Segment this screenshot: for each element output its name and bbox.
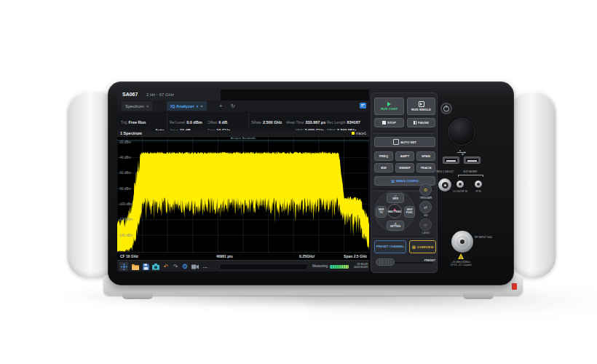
preset-slider-label: PRESET — [412, 259, 435, 262]
divider — [373, 131, 435, 134]
lang-button[interactable]: ⊕ — [419, 218, 432, 231]
auto-set-icon — [393, 139, 399, 145]
more-button[interactable]: ... — [202, 263, 209, 270]
trace-button[interactable]: TRACE — [416, 163, 435, 173]
rotary-knob[interactable] — [448, 118, 475, 146]
red-indicator — [512, 283, 517, 290]
stop-icon — [382, 121, 386, 124]
trigger-label: TRIGGER — [415, 197, 437, 199]
rf-input-label: RF INPUT 50Ω — [475, 236, 494, 239]
span-button[interactable]: SPAN — [416, 151, 435, 161]
add-tab-button[interactable]: + — [219, 103, 223, 109]
trig-io-label: TRIG 1 IN/OUT — [435, 170, 454, 173]
marker-pad: ▽ MKR MKR TO MKR FUNC ⚙ SETTING ▲ MAX PE… — [374, 191, 415, 232]
y-axis-label: -20 dBm — [119, 141, 131, 144]
usb-icon — [457, 150, 467, 155]
touch-icon — [121, 264, 127, 270]
model-name: SA067 — [122, 92, 138, 97]
auto-set-button[interactable]: AUTO SET — [374, 137, 435, 147]
pause-button[interactable]: PAUSE — [407, 118, 435, 127]
ampt-button[interactable]: AMPT — [395, 151, 414, 161]
screen-keyboard-icon[interactable] — [360, 103, 366, 108]
softkey-panel: RUN CONT RUN SINGLE STOP PAUSE AUTO SET … — [371, 92, 438, 273]
screenshot-icon[interactable] — [152, 263, 159, 270]
preset-slider-knob[interactable] — [376, 258, 395, 266]
frequency-range: 2 Hz - 67 GHz — [146, 92, 174, 97]
undo-icon[interactable]: ↶ — [162, 263, 170, 270]
power-icon — [442, 104, 451, 113]
if-in-label: IF IN — [472, 190, 485, 193]
pause-icon — [414, 121, 416, 124]
divider — [167, 113, 167, 129]
analysis-bandwidth-label: Analysis Bandwidth — [205, 136, 282, 140]
rf-input-connector — [451, 231, 473, 253]
stop-button[interactable]: STOP — [374, 118, 404, 127]
power-button[interactable] — [440, 103, 452, 114]
per-division: 0.25GHz/ — [299, 254, 315, 258]
tab-spectrum-label: Spectrum — [125, 104, 144, 108]
restore-tab-icon[interactable]: ↻ — [231, 103, 235, 109]
taskbar: ↶ ↷ ⚙ ... Measuring... 19:30:09 2025/10/… — [117, 260, 369, 272]
trigger-button[interactable]: ⚙ — [419, 183, 432, 196]
tab-iq-label: IQ Analyzer — [170, 104, 194, 108]
lo-out-connector — [456, 181, 464, 188]
max-peak-button[interactable]: ▲ MAX PEAK — [387, 204, 402, 218]
command-field[interactable] — [219, 264, 308, 270]
y-axis-label: -80 dBm — [119, 187, 131, 191]
io-button[interactable]: ⇄ — [419, 201, 432, 213]
overview-button[interactable]: ▦ OVERVIEW — [409, 240, 436, 253]
setting-button[interactable]: ⚙ SETTING — [387, 221, 404, 231]
center-frequency[interactable]: CF 10 GHz — [120, 254, 138, 258]
mkr-to-button[interactable]: MKR TO — [376, 206, 387, 218]
lang-label: LANG — [415, 232, 437, 234]
overview-icon: ▦ — [412, 245, 416, 249]
setting-srate[interactable]: SRate2.500 GHz — [251, 114, 282, 127]
graph-title: 1 Spectrum — [120, 131, 142, 135]
preset-channel-button[interactable]: PRESET CHANNEL — [374, 240, 406, 253]
trigger-icon: ⚙ — [424, 187, 427, 192]
product-photo: SA067 2 Hz - 67 GHz Spectrum × IQ Analyz… — [0, 0, 597, 364]
settings-gear-icon[interactable]: ⚙ — [181, 263, 189, 270]
play-icon — [387, 102, 391, 106]
chevron-down-icon[interactable]: ▾ — [197, 104, 199, 108]
tab-spectrum[interactable]: Spectrum × — [122, 101, 152, 111]
ext-mixer-label: EXT MIXER — [459, 170, 482, 173]
run-cont-button[interactable]: RUN CONT — [374, 98, 404, 115]
mkr-func-button[interactable]: MKR FUNC — [404, 206, 415, 218]
status-text: Measuring... — [312, 264, 331, 268]
lo-out-label: LO OUT/IF IN — [450, 190, 470, 193]
y-axis-label: -120 dBm — [119, 218, 133, 221]
mkr-button[interactable]: ▽ MKR — [387, 193, 404, 203]
touch-mode-button[interactable] — [119, 262, 128, 271]
display-screen: SA067 2 Hz - 67 GHz Spectrum × IQ Analyz… — [117, 90, 369, 272]
spectrum-trace — [117, 137, 369, 252]
spectrum-plot[interactable]: -20 dBm -40 dBm -60 dBm -80 dBm -100 dBm… — [117, 137, 369, 252]
single-run-icon — [420, 103, 422, 106]
close-icon[interactable]: × — [200, 104, 203, 108]
io-icon: ⇄ — [424, 205, 427, 210]
progress-bar — [330, 265, 349, 269]
close-icon[interactable]: × — [146, 104, 149, 108]
divider — [373, 236, 435, 239]
warning-text: +30 dBm(1W)Max 0V DC, DC Coupled — [443, 261, 479, 266]
run-single-button[interactable]: RUN SINGLE — [407, 98, 435, 115]
tab-iq-analyzer[interactable]: IQ Analyzer ▾ × — [167, 101, 207, 111]
y-axis-label: -100 dBm — [119, 202, 133, 206]
meas-config-icon: ≡ — [391, 178, 395, 183]
save-icon[interactable] — [142, 263, 149, 270]
record-icon[interactable] — [191, 263, 199, 270]
y-axis-label: -40 dBm — [119, 156, 131, 159]
bw-button[interactable]: BW — [374, 163, 393, 173]
span-value[interactable]: Span 2.5 GHz — [344, 254, 367, 258]
freq-button[interactable]: FREQ — [374, 151, 393, 161]
redo-icon[interactable]: ↷ — [172, 263, 179, 270]
if-in-connector — [475, 181, 482, 188]
warning-icon: ! — [458, 253, 464, 259]
right-handle — [510, 90, 556, 278]
sweep-points: 40961 pts — [216, 254, 233, 258]
trace-legend[interactable]: trace1 — [352, 131, 366, 135]
sweep-button[interactable]: SWEEP — [395, 163, 414, 173]
open-folder-icon[interactable] — [132, 263, 139, 270]
setting-trig[interactable]: TrigFree Run — [121, 114, 146, 127]
clock: 19:30:09 2025/10/09 — [349, 263, 368, 269]
